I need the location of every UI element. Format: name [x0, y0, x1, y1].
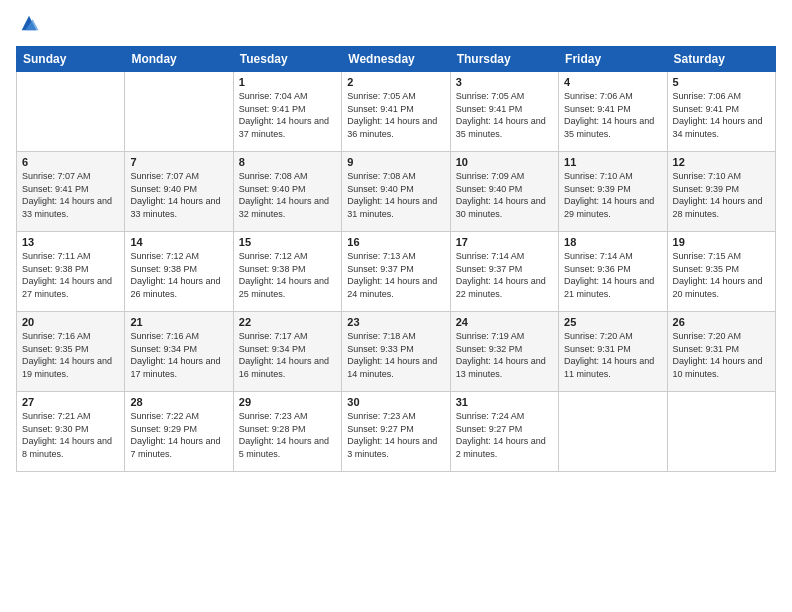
- calendar-week-row: 6Sunrise: 7:07 AM Sunset: 9:41 PM Daylig…: [17, 152, 776, 232]
- calendar-cell: 13Sunrise: 7:11 AM Sunset: 9:38 PM Dayli…: [17, 232, 125, 312]
- calendar-cell: 21Sunrise: 7:16 AM Sunset: 9:34 PM Dayli…: [125, 312, 233, 392]
- calendar-cell: 20Sunrise: 7:16 AM Sunset: 9:35 PM Dayli…: [17, 312, 125, 392]
- day-number: 6: [22, 156, 119, 168]
- calendar-cell: 7Sunrise: 7:07 AM Sunset: 9:40 PM Daylig…: [125, 152, 233, 232]
- day-info: Sunrise: 7:12 AM Sunset: 9:38 PM Dayligh…: [239, 250, 336, 300]
- weekday-header: Friday: [559, 47, 667, 72]
- calendar-cell: 4Sunrise: 7:06 AM Sunset: 9:41 PM Daylig…: [559, 72, 667, 152]
- day-info: Sunrise: 7:21 AM Sunset: 9:30 PM Dayligh…: [22, 410, 119, 460]
- day-info: Sunrise: 7:24 AM Sunset: 9:27 PM Dayligh…: [456, 410, 553, 460]
- weekday-header: Saturday: [667, 47, 775, 72]
- day-number: 13: [22, 236, 119, 248]
- calendar-cell: 31Sunrise: 7:24 AM Sunset: 9:27 PM Dayli…: [450, 392, 558, 472]
- calendar-cell: [17, 72, 125, 152]
- day-number: 11: [564, 156, 661, 168]
- calendar-cell: 6Sunrise: 7:07 AM Sunset: 9:41 PM Daylig…: [17, 152, 125, 232]
- day-info: Sunrise: 7:20 AM Sunset: 9:31 PM Dayligh…: [673, 330, 770, 380]
- day-info: Sunrise: 7:09 AM Sunset: 9:40 PM Dayligh…: [456, 170, 553, 220]
- day-number: 20: [22, 316, 119, 328]
- day-info: Sunrise: 7:11 AM Sunset: 9:38 PM Dayligh…: [22, 250, 119, 300]
- day-info: Sunrise: 7:23 AM Sunset: 9:27 PM Dayligh…: [347, 410, 444, 460]
- day-number: 2: [347, 76, 444, 88]
- day-number: 9: [347, 156, 444, 168]
- day-number: 19: [673, 236, 770, 248]
- weekday-header: Wednesday: [342, 47, 450, 72]
- day-info: Sunrise: 7:14 AM Sunset: 9:37 PM Dayligh…: [456, 250, 553, 300]
- calendar-cell: 16Sunrise: 7:13 AM Sunset: 9:37 PM Dayli…: [342, 232, 450, 312]
- day-info: Sunrise: 7:20 AM Sunset: 9:31 PM Dayligh…: [564, 330, 661, 380]
- day-info: Sunrise: 7:08 AM Sunset: 9:40 PM Dayligh…: [347, 170, 444, 220]
- day-number: 31: [456, 396, 553, 408]
- day-info: Sunrise: 7:04 AM Sunset: 9:41 PM Dayligh…: [239, 90, 336, 140]
- calendar-cell: 2Sunrise: 7:05 AM Sunset: 9:41 PM Daylig…: [342, 72, 450, 152]
- calendar-week-row: 20Sunrise: 7:16 AM Sunset: 9:35 PM Dayli…: [17, 312, 776, 392]
- day-number: 30: [347, 396, 444, 408]
- page: SundayMondayTuesdayWednesdayThursdayFrid…: [0, 0, 792, 612]
- day-number: 17: [456, 236, 553, 248]
- day-info: Sunrise: 7:15 AM Sunset: 9:35 PM Dayligh…: [673, 250, 770, 300]
- day-number: 1: [239, 76, 336, 88]
- day-info: Sunrise: 7:17 AM Sunset: 9:34 PM Dayligh…: [239, 330, 336, 380]
- day-info: Sunrise: 7:22 AM Sunset: 9:29 PM Dayligh…: [130, 410, 227, 460]
- calendar-cell: 12Sunrise: 7:10 AM Sunset: 9:39 PM Dayli…: [667, 152, 775, 232]
- day-number: 14: [130, 236, 227, 248]
- calendar-cell: 27Sunrise: 7:21 AM Sunset: 9:30 PM Dayli…: [17, 392, 125, 472]
- day-number: 21: [130, 316, 227, 328]
- day-info: Sunrise: 7:18 AM Sunset: 9:33 PM Dayligh…: [347, 330, 444, 380]
- calendar-cell: 14Sunrise: 7:12 AM Sunset: 9:38 PM Dayli…: [125, 232, 233, 312]
- day-number: 28: [130, 396, 227, 408]
- calendar-cell: 18Sunrise: 7:14 AM Sunset: 9:36 PM Dayli…: [559, 232, 667, 312]
- calendar-table: SundayMondayTuesdayWednesdayThursdayFrid…: [16, 46, 776, 472]
- day-number: 4: [564, 76, 661, 88]
- calendar-cell: 9Sunrise: 7:08 AM Sunset: 9:40 PM Daylig…: [342, 152, 450, 232]
- weekday-header: Monday: [125, 47, 233, 72]
- day-info: Sunrise: 7:10 AM Sunset: 9:39 PM Dayligh…: [673, 170, 770, 220]
- day-info: Sunrise: 7:23 AM Sunset: 9:28 PM Dayligh…: [239, 410, 336, 460]
- calendar-header-row: SundayMondayTuesdayWednesdayThursdayFrid…: [17, 47, 776, 72]
- calendar-week-row: 27Sunrise: 7:21 AM Sunset: 9:30 PM Dayli…: [17, 392, 776, 472]
- calendar-cell: 30Sunrise: 7:23 AM Sunset: 9:27 PM Dayli…: [342, 392, 450, 472]
- day-number: 24: [456, 316, 553, 328]
- day-number: 7: [130, 156, 227, 168]
- day-info: Sunrise: 7:06 AM Sunset: 9:41 PM Dayligh…: [564, 90, 661, 140]
- day-info: Sunrise: 7:07 AM Sunset: 9:41 PM Dayligh…: [22, 170, 119, 220]
- day-number: 5: [673, 76, 770, 88]
- day-info: Sunrise: 7:14 AM Sunset: 9:36 PM Dayligh…: [564, 250, 661, 300]
- day-number: 3: [456, 76, 553, 88]
- calendar-cell: [559, 392, 667, 472]
- day-number: 18: [564, 236, 661, 248]
- calendar-cell: 25Sunrise: 7:20 AM Sunset: 9:31 PM Dayli…: [559, 312, 667, 392]
- calendar-cell: [125, 72, 233, 152]
- day-info: Sunrise: 7:05 AM Sunset: 9:41 PM Dayligh…: [456, 90, 553, 140]
- day-number: 29: [239, 396, 336, 408]
- day-number: 12: [673, 156, 770, 168]
- day-info: Sunrise: 7:10 AM Sunset: 9:39 PM Dayligh…: [564, 170, 661, 220]
- day-info: Sunrise: 7:16 AM Sunset: 9:34 PM Dayligh…: [130, 330, 227, 380]
- day-number: 26: [673, 316, 770, 328]
- day-info: Sunrise: 7:08 AM Sunset: 9:40 PM Dayligh…: [239, 170, 336, 220]
- calendar-cell: 22Sunrise: 7:17 AM Sunset: 9:34 PM Dayli…: [233, 312, 341, 392]
- calendar-cell: 26Sunrise: 7:20 AM Sunset: 9:31 PM Dayli…: [667, 312, 775, 392]
- calendar-cell: 3Sunrise: 7:05 AM Sunset: 9:41 PM Daylig…: [450, 72, 558, 152]
- calendar-cell: 1Sunrise: 7:04 AM Sunset: 9:41 PM Daylig…: [233, 72, 341, 152]
- weekday-header: Tuesday: [233, 47, 341, 72]
- calendar-cell: 24Sunrise: 7:19 AM Sunset: 9:32 PM Dayli…: [450, 312, 558, 392]
- day-number: 25: [564, 316, 661, 328]
- calendar-cell: [667, 392, 775, 472]
- day-number: 23: [347, 316, 444, 328]
- day-number: 16: [347, 236, 444, 248]
- day-info: Sunrise: 7:06 AM Sunset: 9:41 PM Dayligh…: [673, 90, 770, 140]
- day-info: Sunrise: 7:16 AM Sunset: 9:35 PM Dayligh…: [22, 330, 119, 380]
- weekday-header: Thursday: [450, 47, 558, 72]
- day-number: 27: [22, 396, 119, 408]
- day-info: Sunrise: 7:12 AM Sunset: 9:38 PM Dayligh…: [130, 250, 227, 300]
- day-number: 15: [239, 236, 336, 248]
- calendar-cell: 15Sunrise: 7:12 AM Sunset: 9:38 PM Dayli…: [233, 232, 341, 312]
- weekday-header: Sunday: [17, 47, 125, 72]
- calendar-cell: 29Sunrise: 7:23 AM Sunset: 9:28 PM Dayli…: [233, 392, 341, 472]
- logo: [16, 12, 40, 38]
- calendar-week-row: 1Sunrise: 7:04 AM Sunset: 9:41 PM Daylig…: [17, 72, 776, 152]
- day-number: 8: [239, 156, 336, 168]
- header: [16, 12, 776, 38]
- day-number: 10: [456, 156, 553, 168]
